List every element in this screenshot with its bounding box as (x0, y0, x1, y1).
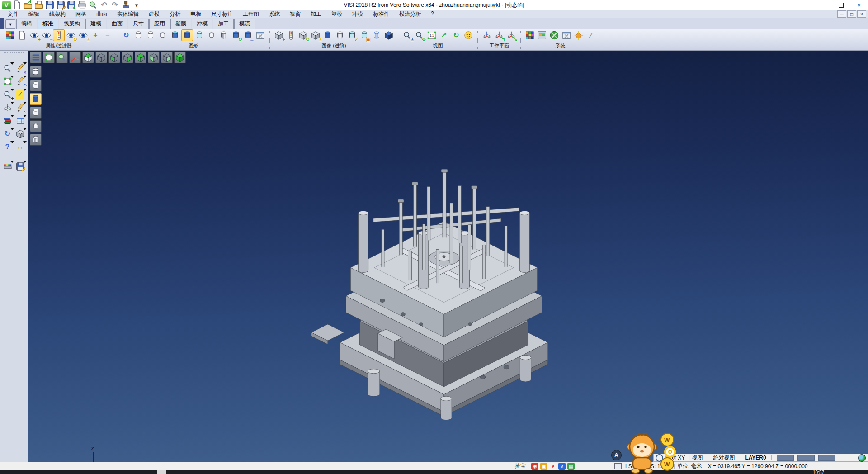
system-tools-icon[interactable] (548, 29, 560, 41)
zoom-previous-icon[interactable] (56, 52, 68, 63)
palette-bar-icon[interactable] (2, 161, 14, 172)
zoom-window-icon[interactable]: ✥ (414, 29, 425, 41)
menu-item-9[interactable]: 电极 (185, 10, 206, 19)
view-mode-label[interactable]: 绝对视图 (713, 454, 735, 462)
left-view-cube-icon[interactable] (135, 52, 146, 63)
translucent-cylinder-icon[interactable] (193, 29, 205, 41)
panel-grip[interactable] (4, 52, 24, 56)
tray-icon-heart[interactable]: ♥ (549, 463, 557, 470)
workplane-align-icon[interactable]: ↰ (493, 29, 505, 41)
image-settings-icon[interactable] (536, 29, 548, 41)
hidden-line-cylinder-icon[interactable] (206, 29, 217, 41)
grid-plane-icon[interactable] (14, 115, 26, 127)
tab-6[interactable]: 尺寸 (128, 19, 149, 29)
save-as-icon[interactable] (56, 0, 66, 10)
layer-cylinder-4-icon[interactable] (30, 107, 42, 118)
workplane-tool-icon[interactable] (2, 102, 14, 114)
insert-file-icon[interactable] (34, 0, 44, 10)
tab-10[interactable]: 加工 (213, 19, 234, 29)
zoom-in-out-icon[interactable]: ± (401, 29, 413, 41)
selection-settings-icon[interactable] (573, 29, 585, 41)
menu-item-17[interactable]: 标准件 (368, 10, 394, 19)
menu-item-7[interactable]: 建模 (144, 10, 165, 19)
copy-attributes-icon[interactable] (16, 29, 28, 41)
hide-all-icon[interactable]: − (102, 29, 113, 41)
menu-item-8[interactable]: 分析 (165, 10, 185, 19)
save-modified-icon[interactable] (14, 161, 26, 172)
layer-cylinder-1-icon[interactable] (30, 66, 42, 78)
render-view-icon[interactable] (462, 29, 474, 41)
menu-item-14[interactable]: 加工 (306, 10, 326, 19)
windows-taskbar[interactable]: 10:57 (0, 470, 868, 474)
delete-entity-icon[interactable]: × (14, 62, 26, 74)
save-icon[interactable] (45, 0, 55, 10)
measure-icon[interactable]: ↔ (14, 141, 26, 153)
section-cylinder-icon[interactable] (334, 29, 346, 41)
print-icon[interactable] (77, 0, 87, 10)
taskbar-item[interactable] (157, 470, 166, 474)
solid-iso-view-cube-icon[interactable] (174, 52, 186, 63)
attribute-books-icon[interactable] (2, 115, 14, 127)
wireframe-cylinder-3-icon[interactable] (157, 29, 169, 41)
history-icon[interactable] (121, 0, 131, 10)
status-block-3[interactable] (818, 455, 835, 461)
menu-item-2[interactable]: 编辑 (24, 10, 44, 19)
status-block-2[interactable] (797, 455, 815, 461)
confirm-icon[interactable]: ✓ (14, 89, 26, 100)
menu-item-13[interactable]: 视窗 (285, 10, 306, 19)
dashed-cylinder-icon[interactable] (322, 29, 334, 41)
workplane-axes-icon[interactable] (481, 29, 493, 41)
redo-icon[interactable]: ↷ (110, 0, 120, 10)
menu-item-4[interactable]: 网格 (71, 10, 91, 19)
tab-9[interactable]: 冲模 (192, 19, 212, 29)
front-view-cube-icon[interactable] (108, 52, 120, 63)
tab-4[interactable]: 建模 (85, 19, 106, 29)
menu-item-15[interactable]: 塑模 (326, 10, 347, 19)
spline-icon[interactable]: ~ (14, 102, 26, 114)
restore-button[interactable] (832, 0, 850, 10)
striped-cylinder-icon[interactable] (218, 29, 230, 41)
modify-attributes-icon[interactable] (4, 29, 16, 41)
tray-icon-gold[interactable]: ▣ (540, 463, 547, 470)
verified-cylinder-icon[interactable]: ✓ (346, 29, 358, 41)
minimize-button[interactable] (814, 0, 832, 10)
mascot-overlay[interactable]: W O W (618, 430, 686, 474)
toggle-image-icon[interactable]: ± (310, 29, 321, 41)
back-view-cube-icon[interactable] (148, 52, 160, 63)
toggle-visibility-icon[interactable]: ± (77, 29, 89, 41)
save-all-icon[interactable] (66, 0, 76, 10)
mdi-restore-button[interactable]: □ (847, 10, 856, 18)
top-view-cube-icon[interactable] (82, 52, 94, 63)
right-view-cube-icon[interactable] (122, 52, 133, 63)
print-preview-icon[interactable] (88, 0, 98, 10)
zoom-extents-icon[interactable]: ↗ (438, 29, 450, 41)
workplane-move-icon[interactable]: ↘ (505, 29, 517, 41)
menu-item-16[interactable]: 冲模 (347, 10, 368, 19)
tab-7[interactable]: 应用 (149, 19, 170, 29)
update-shading-icon[interactable]: ↻ (230, 29, 242, 41)
layer-cylinder-5-icon[interactable] (30, 120, 42, 132)
wire-cylinder-icon[interactable] (371, 29, 382, 41)
menu-item-1[interactable]: 文件 (3, 10, 24, 19)
color-palette-icon[interactable] (524, 29, 536, 41)
layer-cylinder-active-icon[interactable] (30, 93, 42, 105)
image-filter-icon[interactable] (285, 29, 297, 41)
update-image-icon[interactable]: ↻ (297, 29, 309, 41)
menu-item-19[interactable]: ? (426, 10, 439, 19)
globe-icon[interactable] (858, 454, 866, 462)
tab-1[interactable]: 编辑 (16, 19, 37, 29)
bottom-view-cube-icon[interactable] (161, 52, 173, 63)
tab-11[interactable]: 模流 (234, 19, 255, 29)
zoom-scale-icon[interactable]: ± (2, 89, 14, 100)
close-button[interactable]: × (850, 0, 868, 10)
show-all-icon[interactable]: + (90, 29, 101, 41)
toolbar-options-icon[interactable]: ▾ (132, 0, 142, 10)
wireframe-cylinder-2-icon[interactable] (145, 29, 156, 41)
edit-curve-icon[interactable]: ◠ (14, 76, 26, 87)
help-icon[interactable]: ? (2, 141, 14, 153)
view-menu-icon[interactable] (30, 52, 42, 63)
menu-item-18[interactable]: 模流分析 (394, 10, 426, 19)
iso-view-cube-icon[interactable] (95, 52, 107, 63)
menu-item-12[interactable]: 系统 (264, 10, 285, 19)
show-entities-icon[interactable]: + (28, 29, 40, 41)
